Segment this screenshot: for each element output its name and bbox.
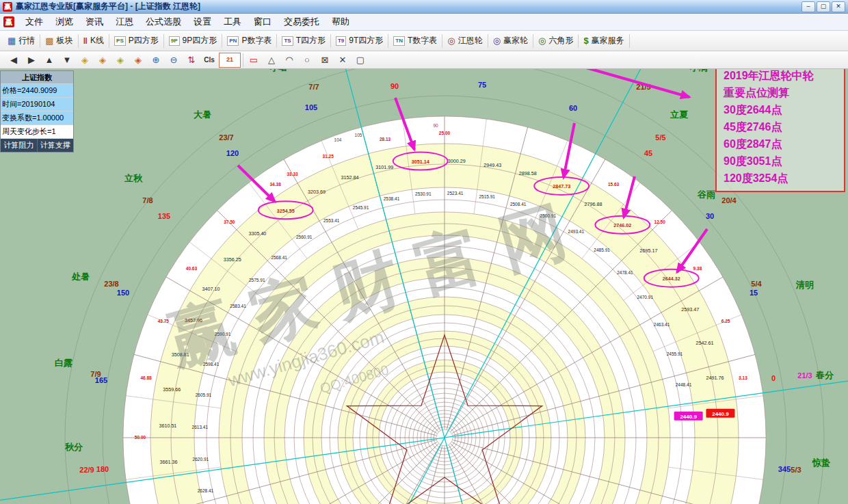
svg-text:3610.51: 3610.51 (159, 423, 176, 429)
svg-text:105: 105 (355, 133, 362, 137)
pointer-down-button[interactable]: ▼ (59, 53, 75, 67)
kline-label: K线 (90, 35, 104, 47)
menu-item-2[interactable]: 资讯 (79, 14, 109, 29)
svg-text:3152.84: 3152.84 (341, 174, 358, 181)
minimize-button[interactable]: – (801, 1, 815, 12)
toolbar-item-p-square[interactable]: PSP四方形 (110, 33, 163, 49)
annotation-box: 2019年江恩轮中轮重要点位测算30度2644点45度2746点60度2847点… (715, 62, 845, 192)
crossbox-tool-button[interactable]: ⊠ (317, 53, 333, 67)
svg-text:白露: 白露 (55, 358, 72, 368)
toolbar-item-9p-square[interactable]: 9P9P四方形 (165, 33, 221, 49)
svg-text:2538.41: 2538.41 (384, 196, 400, 201)
svg-text:104: 104 (334, 137, 342, 142)
svg-text:2620.91: 2620.91 (193, 457, 209, 462)
svg-text:60: 60 (569, 104, 577, 112)
info-row-3: 周天变化步长=1 (1, 124, 73, 138)
zoom-out-button[interactable]: ⊖ (165, 53, 182, 67)
zoom-in-button[interactable]: ⊕ (148, 53, 164, 67)
calc-button-1[interactable]: 计算支撑 (37, 139, 74, 152)
updown-arrows-button[interactable]: ⇅ (183, 53, 200, 67)
svg-text:25.00: 25.00 (439, 131, 451, 135)
menu-item-1[interactable]: 浏览 (49, 14, 79, 29)
svg-text:21/3: 21/3 (797, 371, 812, 380)
toolbar-item-winner-service[interactable]: $赢家服务 (579, 33, 628, 49)
arc-tool-button[interactable]: ◠ (281, 53, 297, 67)
svg-text:2949.43: 2949.43 (483, 162, 501, 168)
menu-item-4[interactable]: 公式选股 (140, 14, 187, 29)
svg-text:46.88: 46.88 (140, 375, 152, 380)
toolbar-item-winner-wheel[interactable]: ◎赢家轮 (489, 33, 532, 49)
svg-text:12.50: 12.50 (654, 220, 666, 224)
svg-text:2613.41: 2613.41 (192, 425, 209, 429)
toolbar-separator (330, 34, 331, 48)
toolbar-separator (276, 34, 277, 48)
svg-text:2593.47: 2593.47 (681, 306, 699, 313)
diamond-1-button[interactable]: ◈ (77, 53, 93, 67)
svg-text:21/5: 21/5 (636, 83, 650, 91)
calendar-button[interactable]: 21 (219, 53, 241, 68)
select-tool-button[interactable]: ▢ (352, 53, 369, 67)
info-row-0: 价格=2440.9099 (1, 83, 73, 97)
toolbar-item-sectors[interactable]: ▩板块 (41, 33, 77, 49)
svg-text:谷雨: 谷雨 (697, 189, 716, 200)
toolbar-item-t-square[interactable]: TST四方形 (278, 33, 330, 49)
svg-text:2448.41: 2448.41 (676, 382, 692, 387)
svg-text:105: 105 (305, 103, 317, 111)
svg-text:7/8: 7/8 (142, 196, 153, 204)
nav-left-button[interactable]: ◀ (5, 53, 22, 67)
diamond-2-button[interactable]: ◈ (94, 53, 111, 67)
toolbar-item-kline[interactable]: ‖K线 (79, 33, 108, 49)
nav-right-button[interactable]: ▶ (23, 53, 40, 67)
index-info-panel: 上证指数 价格=2440.9099时间=20190104变换系数=1.00000… (0, 70, 74, 152)
diamond-3-button[interactable]: ◈ (112, 53, 129, 67)
hexagon-label: 六角形 (548, 35, 573, 47)
svg-text:3203.69: 3203.69 (308, 189, 326, 195)
calc-button-0[interactable]: 计算阻力 (1, 139, 37, 152)
menu-item-5[interactable]: 设置 (187, 14, 217, 29)
svg-text:2746.02: 2746.02 (613, 222, 631, 228)
menu-item-6[interactable]: 工具 (217, 14, 248, 29)
kline-icon: ‖ (83, 36, 88, 45)
svg-text:2530.91: 2530.91 (415, 191, 432, 196)
pointer-up-button[interactable]: ▲ (41, 53, 57, 67)
toolbar-item-9t-square[interactable]: T99T四方形 (332, 33, 387, 49)
svg-text:2695.17: 2695.17 (640, 248, 658, 254)
triangle-tool-button[interactable]: △ (263, 53, 280, 67)
svg-text:90: 90 (433, 123, 438, 128)
diamond-4-button[interactable]: ◈ (130, 53, 146, 67)
svg-text:28.13: 28.13 (380, 137, 391, 142)
svg-text:0: 0 (771, 374, 776, 382)
menu-item-8[interactable]: 交易委托 (278, 14, 326, 29)
gann-wheel-label: 江恩轮 (458, 35, 483, 47)
svg-text:150: 150 (117, 289, 129, 297)
toolbar-item-t-table[interactable]: TNT数字表 (389, 33, 441, 49)
toolbar-separator (163, 34, 164, 48)
menu-item-7[interactable]: 窗口 (248, 14, 278, 29)
winner-wheel-label: 赢家轮 (503, 35, 528, 47)
winner-service-label: 赢家服务 (592, 35, 624, 47)
svg-text:2523.41: 2523.41 (447, 191, 464, 196)
rect-tool-button[interactable]: ▭ (246, 53, 262, 67)
toolbar-item-p-table[interactable]: PNP数字表 (223, 33, 276, 49)
cls-button[interactable]: Cls (201, 53, 217, 67)
menu-item-0[interactable]: 文件 (19, 14, 49, 29)
app-logo-icon: 赢 (3, 2, 12, 12)
toolbar-separator (442, 34, 442, 48)
menu-item-3[interactable]: 江恩 (109, 14, 140, 29)
maximize-button[interactable]: ▢ (817, 1, 830, 12)
circle-tool-button[interactable]: ○ (299, 53, 315, 67)
svg-text:15.63: 15.63 (608, 182, 620, 187)
p-square-icon: PS (114, 36, 126, 46)
menu-item-9[interactable]: 帮助 (326, 14, 356, 29)
svg-text:3559.66: 3559.66 (163, 386, 181, 393)
toolbar-item-gann-wheel[interactable]: ◎江恩轮 (443, 33, 486, 49)
toolbar-item-quotes[interactable]: ▦行情 (3, 33, 39, 49)
close-button[interactable]: ✕ (832, 1, 845, 12)
9p-square-icon: 9P (169, 36, 180, 46)
9t-square-label: 9T四方形 (349, 35, 383, 47)
cross-tool-button[interactable]: ✕ (334, 53, 351, 67)
sectors-label: 板块 (57, 35, 73, 47)
svg-text:7/7: 7/7 (308, 83, 319, 91)
menu-bar: 赢 文件浏览资讯江恩公式选股设置工具窗口交易委托帮助 (0, 14, 848, 31)
toolbar-item-hexagon[interactable]: ◎六角形 (534, 33, 577, 49)
